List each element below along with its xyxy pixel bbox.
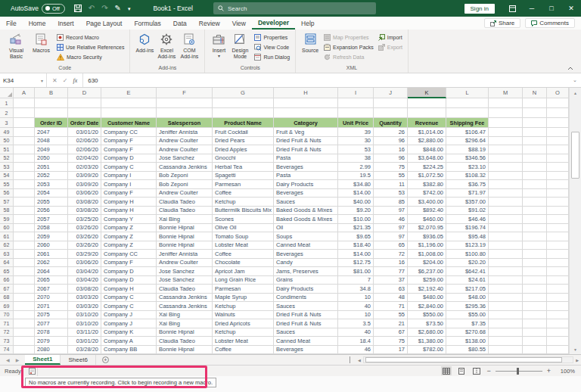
cell[interactable]: 55 (374, 172, 408, 181)
cell[interactable]: $7.35 (446, 319, 489, 328)
cell[interactable]: 2055 (35, 198, 68, 207)
cell[interactable]: 03/03/20 (68, 294, 101, 303)
column-header-G[interactable]: G (213, 88, 274, 98)
column-header-F[interactable]: F (157, 88, 213, 98)
cell[interactable]: $196.74 (446, 224, 489, 233)
cell[interactable]: $270.68 (446, 328, 489, 338)
sign-in-button[interactable]: Sign in (464, 4, 495, 14)
column-header-M[interactable]: M (489, 88, 523, 98)
cell[interactable] (489, 250, 523, 259)
cell[interactable]: Andrew Coulter (157, 137, 213, 146)
cell[interactable]: $138.00 (446, 337, 489, 346)
cell[interactable] (213, 108, 274, 118)
cell[interactable]: Company I (101, 180, 157, 189)
record-macro-status-button[interactable] (27, 366, 38, 376)
sheet-tab-sheet1[interactable]: Sheet1 (25, 355, 61, 365)
cell[interactable]: Walnuts (213, 311, 274, 320)
cell[interactable]: Xai Bing (157, 319, 213, 328)
cell[interactable] (14, 215, 35, 224)
cell[interactable] (14, 346, 35, 355)
scroll-up-icon[interactable]: ▲ (570, 88, 581, 98)
cell[interactable] (157, 98, 213, 108)
cell[interactable]: Oil (274, 224, 338, 233)
cell[interactable]: Parmesan (213, 285, 274, 294)
cell[interactable]: $642.41 (446, 267, 489, 276)
cell[interactable] (523, 118, 547, 128)
cell[interactable]: $80.55 (446, 346, 489, 355)
cell[interactable]: 55 (374, 311, 408, 320)
cell[interactable] (489, 118, 523, 128)
cell[interactable]: Company F (101, 259, 157, 268)
cell[interactable]: $23.10 (446, 163, 489, 172)
cell[interactable] (14, 250, 35, 259)
cell[interactable]: Company I (101, 172, 157, 181)
cell[interactable]: 11 (374, 180, 408, 189)
cell[interactable] (523, 328, 547, 338)
cell[interactable] (547, 224, 569, 233)
cell[interactable] (547, 337, 569, 346)
column-header-B[interactable]: B (35, 88, 68, 98)
cell[interactable]: $848.00 (408, 145, 446, 154)
row-header[interactable]: 61 (0, 232, 14, 241)
cell[interactable] (489, 241, 523, 250)
row-header[interactable]: 67 (0, 285, 14, 294)
tab-insert[interactable]: Insert (51, 17, 79, 30)
cell[interactable]: 03/04/20 (68, 276, 101, 285)
macros-button[interactable]: Macros (29, 31, 54, 64)
cell[interactable] (408, 108, 446, 118)
select-all-corner[interactable] (0, 88, 14, 98)
cell[interactable]: Condiments (274, 294, 338, 303)
expansion-packs-button[interactable]: Expansion Packs (324, 43, 374, 51)
cell[interactable] (14, 145, 35, 154)
cell[interactable]: 96 (374, 154, 408, 163)
cell[interactable] (14, 328, 35, 338)
cancel-formula-icon[interactable]: ✕ (52, 77, 57, 84)
cell[interactable]: Coffee (213, 346, 274, 355)
cell[interactable]: Buttermilk Biscuits Mix (213, 207, 274, 216)
export-button[interactable]: Export (378, 43, 402, 51)
cell[interactable]: Coffee (213, 189, 274, 198)
row-header[interactable]: 62 (0, 241, 14, 250)
ink-pen-icon[interactable]: ✎ (115, 5, 121, 12)
cell[interactable]: Lobster Meat (213, 337, 274, 346)
cell[interactable]: 2049 (35, 145, 68, 154)
row-header[interactable]: 53 (0, 163, 14, 172)
cell[interactable] (338, 108, 374, 118)
cell[interactable] (14, 163, 35, 172)
cell[interactable] (523, 346, 547, 355)
cell[interactable]: $73.50 (408, 319, 446, 328)
scroll-left-icon[interactable]: ◀ (356, 358, 363, 362)
cell[interactable]: Company Z (101, 224, 157, 233)
cell[interactable]: $88.19 (446, 145, 489, 154)
cell[interactable]: 2062 (35, 259, 68, 268)
row-header[interactable]: 54 (0, 172, 14, 181)
cell[interactable] (489, 337, 523, 346)
column-title-cell[interactable]: Quantity (374, 118, 408, 128)
cell[interactable]: Grains (274, 276, 338, 285)
cell[interactable]: 2054 (35, 189, 68, 198)
cell[interactable] (489, 294, 523, 303)
column-title-cell[interactable]: Customer Name (101, 118, 157, 128)
cell[interactable]: Company H (101, 198, 157, 207)
cell[interactable]: 96 (374, 137, 408, 146)
cell[interactable]: Herbal Tea (213, 163, 274, 172)
cell[interactable] (547, 232, 569, 241)
cell[interactable]: $36.75 (446, 180, 489, 189)
cell[interactable]: $1,008.00 (408, 250, 446, 259)
cell[interactable] (547, 302, 569, 311)
cell[interactable]: 40 (338, 328, 374, 338)
run-dialog-button[interactable]: Run Dialog (254, 53, 290, 61)
share-button[interactable]: Share (484, 18, 520, 28)
cell[interactable]: Sauces (274, 198, 338, 207)
cell[interactable]: 17 (374, 346, 408, 355)
cell[interactable]: Pasta (274, 154, 338, 163)
macro-security-button[interactable]: Macro Security (57, 53, 124, 61)
cell[interactable]: 2064 (35, 267, 68, 276)
cell[interactable]: $480.00 (408, 294, 446, 303)
cell[interactable]: $346.56 (446, 154, 489, 163)
cell[interactable]: 03/09/20 (68, 180, 101, 189)
cell[interactable]: 97 (374, 207, 408, 216)
cell[interactable]: 02/06/20 (68, 137, 101, 146)
vertical-scrollbar[interactable]: ▲ ▼ (569, 88, 581, 354)
cell[interactable]: $123.19 (446, 241, 489, 250)
